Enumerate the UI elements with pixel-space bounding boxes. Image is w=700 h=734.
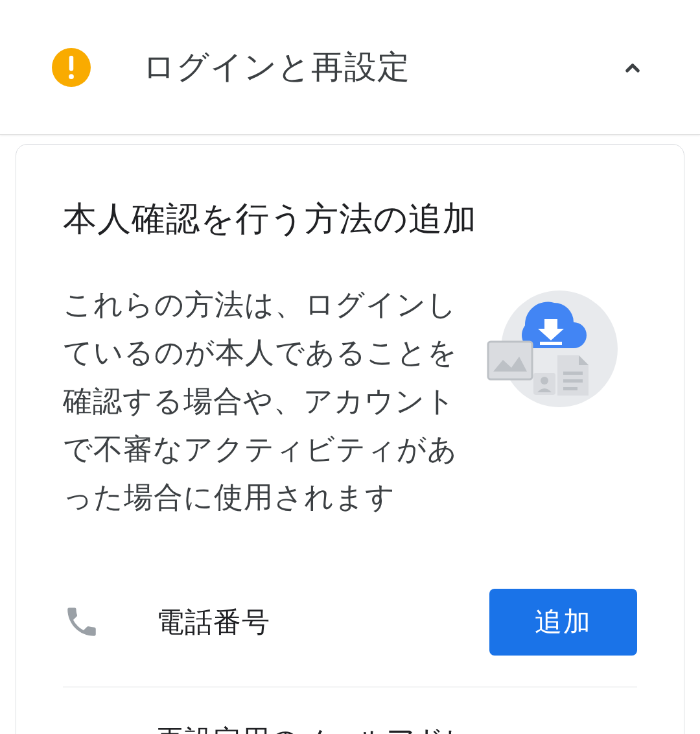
svg-point-8 [541,377,548,385]
person-card-icon [532,372,557,396]
option-row-email: 再設定用のメールアドレス 追加 [63,687,637,734]
svg-rect-3 [488,342,532,379]
card-body: これらの方法は、ログインしているのが本人であることを確認する場合や、アカウントで… [63,281,637,521]
verification-illustration [482,287,637,417]
chevron-up-icon[interactable] [617,52,648,83]
section-title: ログインと再設定 [143,45,410,89]
card-title: 本人確認を行う方法の追加 [63,196,637,242]
svg-rect-4 [563,372,583,375]
svg-point-1 [69,74,74,79]
picture-icon [487,340,533,381]
option-row-phone: 電話番号 追加 [63,558,637,686]
add-phone-button[interactable]: 追加 [489,589,637,655]
phone-label: 電話番号 [156,600,489,644]
warning-icon [52,48,91,87]
svg-rect-0 [69,56,73,71]
phone-icon [63,603,104,641]
email-label: 再設定用のメールアドレス [156,718,496,734]
verification-card: 本人確認を行う方法の追加 これらの方法は、ログインしているのが本人であることを確… [16,144,684,734]
document-icon [554,352,592,399]
svg-rect-2 [540,342,562,345]
section-header[interactable]: ログインと再設定 [0,0,700,135]
svg-rect-5 [563,379,583,383]
svg-rect-6 [563,387,578,390]
card-description: これらの方法は、ログインしているのが本人であることを確認する場合や、アカウントで… [63,281,462,521]
